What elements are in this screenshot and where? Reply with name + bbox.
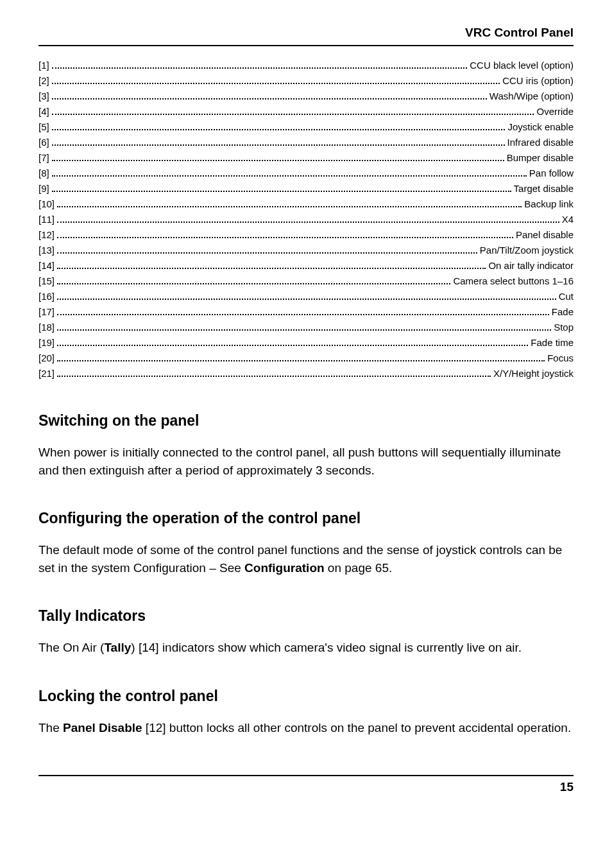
body-configuring: The default mode of some of the control … — [38, 541, 574, 577]
toc-leader-dots — [57, 245, 477, 254]
toc-leader-dots — [52, 60, 468, 69]
toc-leader-dots — [52, 168, 527, 177]
toc-row: [8]Pan follow — [38, 166, 574, 181]
toc-row: [15]Camera select buttons 1–16 — [38, 273, 574, 289]
toc-label: Infrared disable — [507, 135, 574, 150]
toc-leader-dots — [52, 137, 505, 146]
body-tally: The On Air (Tally) [14] indicators show … — [38, 639, 574, 657]
toc-label: Fade — [552, 304, 574, 320]
toc-num: [20] — [38, 351, 55, 366]
toc-row: [19]Fade time — [38, 335, 574, 351]
toc-num: [6] — [38, 135, 49, 150]
toc-row: [7]Bumper disable — [38, 150, 574, 166]
toc-row: [5]Joystick enable — [38, 119, 574, 135]
toc-row: [13]Pan/Tilt/Zoom joystick — [38, 243, 574, 258]
toc-leader-dots — [57, 261, 486, 270]
page-number: 15 — [38, 780, 574, 794]
toc-num: [9] — [38, 181, 49, 196]
toc-row: [18]Stop — [38, 320, 574, 335]
toc-num: [19] — [38, 335, 55, 351]
toc-label: Pan follow — [529, 166, 574, 181]
text: The On Air ( — [38, 641, 104, 654]
toc-label: Pan/Tilt/Zoom joystick — [480, 243, 574, 258]
toc-row: [17]Fade — [38, 304, 574, 320]
toc-leader-dots — [57, 291, 556, 300]
toc-row: [20]Focus — [38, 351, 574, 366]
toc-row: [12]Panel disable — [38, 227, 574, 243]
body-switching: When power is initially connected to the… — [38, 444, 574, 479]
toc-leader-dots — [57, 307, 549, 316]
toc-leader-dots — [52, 184, 511, 193]
toc-leader-dots — [57, 338, 528, 347]
toc-row: [14]On air tally indicator — [38, 258, 574, 273]
toc-label: CCU black level (option) — [470, 58, 574, 73]
toc-leader-dots — [52, 76, 500, 85]
toc-leader-dots — [57, 199, 522, 208]
toc-label: Camera select buttons 1–16 — [453, 273, 574, 289]
text: on page 65. — [325, 561, 393, 575]
toc-leader-dots — [57, 369, 491, 378]
heading-switching: Switching on the panel — [38, 412, 574, 430]
toc-label: X/Y/Height joystick — [493, 366, 574, 381]
toc-num: [17] — [38, 304, 55, 320]
body-locking: The Panel Disable [12] button locks all … — [38, 719, 574, 737]
toc-num: [12] — [38, 227, 55, 243]
toc-num: [4] — [38, 104, 49, 119]
toc-label: Override — [536, 104, 574, 119]
toc-row: [3]Wash/Wipe (option) — [38, 89, 574, 104]
toc-label: Stop — [554, 320, 574, 335]
toc-num: [8] — [38, 166, 49, 181]
toc-label: On air tally indicator — [488, 258, 574, 273]
toc-leader-dots — [57, 230, 513, 239]
toc-label: Focus — [547, 351, 574, 366]
toc-row: [11]X4 — [38, 212, 574, 227]
text-bold: Configuration — [244, 561, 325, 575]
heading-tally: Tally Indicators — [38, 607, 574, 625]
toc-leader-dots — [57, 276, 450, 285]
toc-row: [10]Backup link — [38, 196, 574, 212]
toc-label: Target disable — [514, 181, 574, 196]
toc-label: Joystick enable — [507, 119, 574, 135]
toc-row: [2]CCU iris (option) — [38, 73, 574, 89]
toc-label: Bumper disable — [507, 150, 574, 166]
toc-label: Panel disable — [516, 227, 574, 243]
toc-num: [2] — [38, 73, 49, 89]
toc-label: Cut — [559, 289, 574, 304]
toc-leader-dots — [52, 107, 534, 116]
toc-leader-dots — [52, 91, 487, 100]
toc-num: [16] — [38, 289, 55, 304]
toc-label: Backup link — [524, 196, 574, 212]
toc-num: [21] — [38, 366, 55, 381]
toc-num: [1] — [38, 58, 49, 73]
toc-leader-dots — [52, 153, 504, 162]
text-bold: Panel Disable — [63, 721, 142, 734]
toc-label: Wash/Wipe (option) — [489, 89, 574, 104]
text: ) [14] indicators show which camera's vi… — [131, 641, 522, 654]
toc-num: [5] — [38, 119, 49, 135]
toc-row: [16]Cut — [38, 289, 574, 304]
text-bold: Tally — [104, 641, 131, 654]
toc-list: [1]CCU black level (option)[2]CCU iris (… — [38, 58, 574, 381]
toc-leader-dots — [57, 214, 559, 223]
toc-num: [7] — [38, 150, 49, 166]
toc-row: [9]Target disable — [38, 181, 574, 196]
toc-leader-dots — [52, 122, 506, 131]
toc-leader-dots — [57, 353, 545, 362]
heading-configuring: Configuring the operation of the control… — [38, 510, 574, 527]
footer: 15 — [38, 775, 574, 794]
toc-row: [1]CCU black level (option) — [38, 58, 574, 73]
toc-row: [4]Override — [38, 104, 574, 119]
toc-num: [3] — [38, 89, 49, 104]
toc-num: [10] — [38, 196, 55, 212]
toc-label: X4 — [562, 212, 574, 227]
text: [12] button locks all other controls on … — [142, 721, 572, 734]
toc-leader-dots — [57, 322, 551, 331]
text: The — [38, 721, 63, 734]
toc-row: [21]X/Y/Height joystick — [38, 366, 574, 381]
header-title: VRC Control Panel — [38, 26, 574, 45]
toc-num: [15] — [38, 273, 55, 289]
toc-num: [18] — [38, 320, 55, 335]
toc-label: Fade time — [531, 335, 574, 351]
toc-num: [13] — [38, 243, 55, 258]
toc-num: [11] — [38, 212, 55, 227]
